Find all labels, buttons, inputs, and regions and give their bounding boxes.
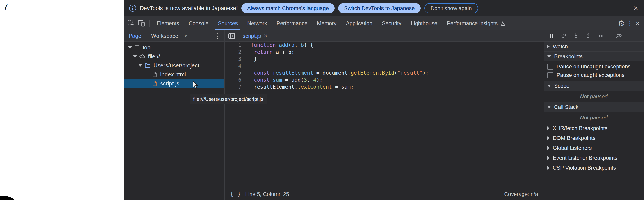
- section-dom-breakpoints[interactable]: DOM Breakpoints: [544, 133, 644, 143]
- expand-arrow-icon[interactable]: [133, 55, 137, 58]
- tab-console[interactable]: Console: [184, 16, 213, 30]
- tab-application[interactable]: Application: [341, 16, 377, 30]
- device-toolbar-icon: [137, 19, 145, 27]
- code-line[interactable]: 1 function add(a, b) {: [225, 42, 544, 49]
- line-number-gutter[interactable]: 7: [225, 83, 246, 90]
- devtools-close-button[interactable]: ×: [635, 19, 640, 27]
- section-label: DOM Breakpoints: [553, 135, 595, 141]
- pause-caught-checkbox[interactable]: [547, 72, 553, 78]
- code-line-text: const sum = add(3, 4);: [246, 76, 323, 83]
- dont-show-again-button[interactable]: Don't show again: [424, 3, 478, 13]
- navigator-menu-button[interactable]: ⋮: [214, 33, 224, 39]
- code-line[interactable]: 5 const resultElement = document.getElem…: [225, 69, 544, 76]
- chevron-down-icon: [547, 55, 551, 58]
- tree-item-index-html[interactable]: index.html: [124, 70, 224, 79]
- tree-item-top[interactable]: top: [124, 43, 224, 52]
- deactivate-breakpoints-button[interactable]: [616, 32, 623, 40]
- kebab-icon: ⋮: [214, 33, 221, 39]
- panel-toggle-icon: [228, 32, 236, 40]
- toggle-navigator-button[interactable]: [225, 32, 239, 40]
- line-number-gutter[interactable]: 5: [225, 69, 246, 76]
- file-path-tooltip: file:///Users/user/project/script.js: [190, 94, 267, 104]
- infobar-message: DevTools is now available in Japanese!: [140, 5, 238, 11]
- tab-network[interactable]: Network: [242, 16, 272, 30]
- code-line[interactable]: 6 const sum = add(3, 4);: [225, 76, 544, 83]
- pause-uncaught-checkbox[interactable]: [547, 64, 553, 70]
- section-label: Breakpoints: [554, 53, 583, 60]
- section-call-stack[interactable]: Call Stack: [544, 102, 644, 112]
- line-number-gutter[interactable]: 3: [225, 56, 246, 62]
- pretty-print-button[interactable]: { }: [230, 191, 241, 197]
- devtools-toolbar: Elements Console Sources Network Perform…: [124, 16, 644, 30]
- page-counter-label: 7: [3, 2, 8, 12]
- code-line[interactable]: 2 return a + b;: [225, 49, 544, 56]
- tree-item-label: index.html: [160, 71, 186, 78]
- code-editor[interactable]: 1 function add(a, b) { 2 return a + b; 3…: [225, 42, 544, 188]
- expand-arrow-icon[interactable]: [138, 64, 142, 67]
- braces-icon: { }: [230, 191, 241, 197]
- section-csp-violation-breakpoints[interactable]: CSP Violation Breakpoints: [544, 163, 644, 173]
- coverage-label: Coverage: n/a: [504, 191, 538, 197]
- tab-security[interactable]: Security: [377, 16, 406, 30]
- tab-sources[interactable]: Sources: [213, 16, 242, 30]
- tab-lighthouse[interactable]: Lighthouse: [406, 16, 442, 30]
- breakpoints-options: Pause on uncaught exceptions Pause on ca…: [544, 61, 644, 81]
- settings-button[interactable]: ⚙: [618, 19, 624, 27]
- section-event-listener-breakpoints[interactable]: Event Listener Breakpoints: [544, 153, 644, 163]
- line-number-gutter[interactable]: 6: [225, 76, 246, 83]
- always-match-language-button[interactable]: Always match Chrome's language: [241, 3, 334, 13]
- infobar-close-button[interactable]: ×: [633, 4, 638, 12]
- line-number-gutter[interactable]: 4: [225, 62, 246, 69]
- pause-button[interactable]: [548, 33, 555, 39]
- tab-performance-insights[interactable]: Performance insights: [442, 16, 511, 30]
- line-number-gutter[interactable]: 1: [225, 42, 246, 49]
- section-xhr-breakpoints[interactable]: XHR/fetch Breakpoints: [544, 123, 644, 133]
- code-lines: 1 function add(a, b) { 2 return a + b; 3…: [225, 42, 544, 90]
- tree-item-project-folder[interactable]: Users/user/project: [124, 61, 224, 70]
- line-number-gutter[interactable]: 2: [225, 49, 246, 56]
- code-line-text: }: [246, 56, 257, 62]
- devtools-window: DevTools is now available in Japanese! A…: [124, 0, 644, 200]
- section-scope[interactable]: Scope: [544, 81, 644, 91]
- section-breakpoints[interactable]: Breakpoints: [544, 51, 644, 61]
- tree-item-script-js[interactable]: script.js: [124, 79, 224, 88]
- tab-close-icon[interactable]: ×: [264, 33, 267, 39]
- code-line[interactable]: 3 }: [225, 56, 544, 62]
- editor-pane: script.js × 1 function add(a, b) { 2 ret…: [225, 30, 544, 200]
- tree-item-label: script.js: [160, 80, 179, 87]
- switch-to-japanese-button[interactable]: Switch DevTools to Japanese: [338, 3, 421, 13]
- more-tabs-button[interactable]: »: [183, 32, 189, 39]
- mouse-cursor: [192, 81, 199, 89]
- step-into-button[interactable]: [572, 33, 579, 39]
- more-options-button[interactable]: ⋮: [626, 20, 633, 27]
- tab-page[interactable]: Page: [124, 30, 146, 41]
- chevron-right-icon: [547, 126, 550, 130]
- chevron-down-icon: [547, 85, 551, 87]
- step-button[interactable]: [597, 33, 604, 39]
- tab-workspace[interactable]: Workspace: [146, 30, 183, 41]
- inspect-element-button[interactable]: [127, 19, 135, 27]
- code-line[interactable]: 4: [225, 62, 544, 69]
- editor-tab-script-js[interactable]: script.js ×: [239, 30, 272, 41]
- chevron-right-icon: [547, 156, 550, 160]
- step-over-button[interactable]: [560, 33, 567, 39]
- toggle-device-toolbar-button[interactable]: [137, 19, 145, 27]
- corner-shape: [0, 194, 16, 200]
- step-into-icon: [572, 33, 579, 39]
- navigator-header: Page Workspace » ⋮: [124, 30, 224, 42]
- pause-uncaught-row: Pause on uncaught exceptions: [544, 62, 644, 71]
- tree-item-label: top: [143, 44, 150, 51]
- code-line[interactable]: 7 resultElement.textContent = sum;: [225, 83, 544, 90]
- tab-performance[interactable]: Performance: [272, 16, 312, 30]
- code-line-text: function add(a, b) {: [246, 42, 313, 49]
- tree-item-file-scheme[interactable]: file://: [124, 52, 224, 61]
- tab-elements[interactable]: Elements: [152, 16, 184, 30]
- debugger-toolbar: [544, 30, 644, 42]
- section-watch[interactable]: Watch: [544, 42, 644, 51]
- tab-memory[interactable]: Memory: [312, 16, 342, 30]
- expand-arrow-icon[interactable]: [128, 46, 132, 49]
- cloud-icon: [139, 53, 145, 60]
- step-out-button[interactable]: [585, 33, 592, 39]
- section-global-listeners[interactable]: Global Listeners: [544, 143, 644, 153]
- section-label: Scope: [554, 83, 570, 89]
